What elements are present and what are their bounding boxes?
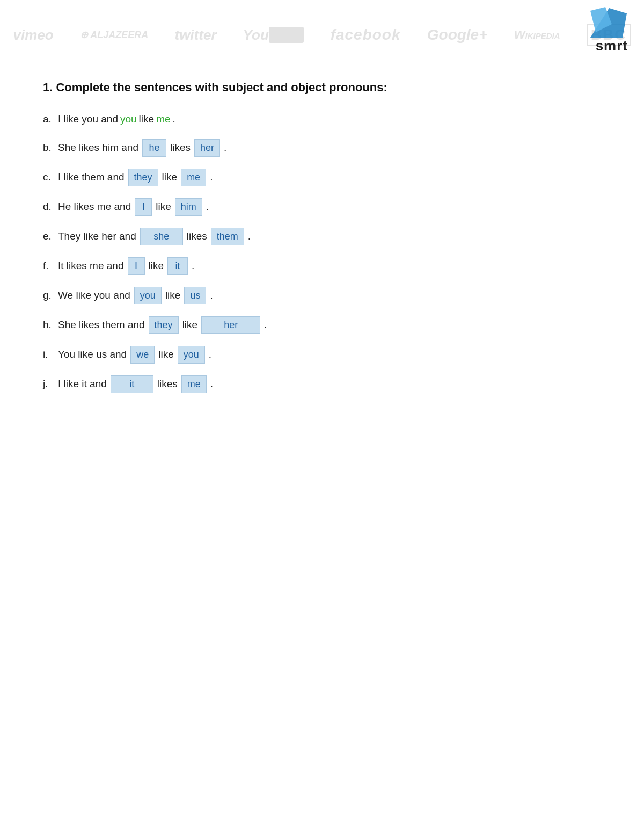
sentence-e-suffix: . <box>248 229 251 244</box>
sentence-label-e: e. <box>43 229 54 244</box>
sentence-a-suffix: . <box>173 112 175 127</box>
sentence-a-box2: me <box>156 112 170 127</box>
sentence-label-b: b. <box>43 140 54 156</box>
sentence-i-box1: we <box>130 346 155 364</box>
sentence-g-mid: like <box>165 288 181 303</box>
sentence-h-suffix: . <box>264 317 267 333</box>
sentence-label-a: a. <box>43 112 54 127</box>
sentence-c-box1: they <box>128 169 158 186</box>
smrt-text: smrt <box>596 38 628 54</box>
sentence-d-prefix: He likes me and <box>58 199 131 215</box>
list-item: h. She likes them and they like her . <box>43 316 601 334</box>
sentence-d-box2: him <box>175 198 202 216</box>
list-item: i. You like us and we like you . <box>43 346 601 364</box>
sentence-label-i: i. <box>43 347 54 362</box>
sentence-g-box1: you <box>134 287 162 304</box>
sentence-c-mid: like <box>162 170 178 185</box>
sentence-label-g: g. <box>43 288 54 303</box>
sentence-f-box1: I <box>128 257 145 275</box>
sentence-e-mid: likes <box>187 229 207 244</box>
sentence-g-suffix: . <box>210 288 213 303</box>
exercise-number: 1 <box>43 81 49 94</box>
list-item: b. She likes him and he likes her . <box>43 139 601 157</box>
sentence-d-suffix: . <box>206 199 209 215</box>
sentence-b-prefix: She likes him and <box>58 140 138 156</box>
sentence-i-mid: like <box>158 347 174 362</box>
sentence-a-box1: you <box>120 112 137 127</box>
sentence-i-prefix: You like us and <box>58 347 127 362</box>
main-content: 1. Complete the sentences with subject a… <box>0 0 644 425</box>
sentence-label-d: d. <box>43 199 54 215</box>
list-item: g. We like you and you like us . <box>43 287 601 304</box>
sentence-b-suffix: . <box>224 140 226 156</box>
list-item: e. They like her and she likes them . <box>43 228 601 245</box>
sentence-j-prefix: I like it and <box>58 376 107 392</box>
sentence-label-j: j. <box>43 376 54 392</box>
sentence-d-box1: I <box>135 198 152 216</box>
exercise-instruction: Complete the sentences with subject and … <box>56 81 387 94</box>
sentence-label-h: h. <box>43 317 54 333</box>
sentence-e-box2: them <box>211 228 244 245</box>
sentence-f-box2: it <box>167 257 188 275</box>
smrt-logo: smrt <box>585 5 628 54</box>
sentence-h-box2: her <box>201 316 260 334</box>
sentence-j-mid: likes <box>157 376 178 392</box>
sentence-j-box2: me <box>181 375 207 393</box>
sentence-c-box2: me <box>181 169 206 186</box>
sentence-h-box1: they <box>149 316 179 334</box>
sentence-b-box1: he <box>142 139 166 157</box>
sentence-a-mid: like <box>139 112 155 127</box>
sentence-b-mid: likes <box>170 140 191 156</box>
sentence-e-prefix: They like her and <box>58 229 136 244</box>
sentence-h-mid: like <box>182 317 198 333</box>
list-item: f. It likes me and I like it . <box>43 257 601 275</box>
sentence-a-prefix: I like you and <box>58 112 118 127</box>
list-item: c. I like them and they like me . <box>43 169 601 186</box>
list-item: d. He likes me and I like him . <box>43 198 601 216</box>
list-item: j. I like it and it likes me . <box>43 375 601 393</box>
sentence-list: a. I like you and you like me . b. She l… <box>43 112 601 393</box>
sentence-j-suffix: . <box>210 376 213 392</box>
sentence-label-f: f. <box>43 258 54 274</box>
sentence-b-box2: her <box>194 139 220 157</box>
sentence-f-prefix: It likes me and <box>58 258 124 274</box>
sentence-e-box1: she <box>140 228 183 245</box>
sentence-d-mid: like <box>156 199 171 215</box>
sentence-j-box1: it <box>111 375 153 393</box>
sentence-i-box2: you <box>178 346 205 364</box>
sentence-h-prefix: She likes them and <box>58 317 145 333</box>
sentence-f-suffix: . <box>192 258 194 274</box>
sentence-g-box2: us <box>184 287 206 304</box>
sentence-g-prefix: We like you and <box>58 288 130 303</box>
sentence-i-suffix: . <box>209 347 211 362</box>
sentence-label-c: c. <box>43 170 54 185</box>
smrt-shape-icon <box>585 5 628 40</box>
sentence-c-prefix: I like them and <box>58 170 125 185</box>
list-item: a. I like you and you like me . <box>43 112 601 127</box>
exercise-title: 1. Complete the sentences with subject a… <box>43 81 601 95</box>
sentence-f-mid: like <box>149 258 164 274</box>
sentence-c-suffix: . <box>210 170 213 185</box>
